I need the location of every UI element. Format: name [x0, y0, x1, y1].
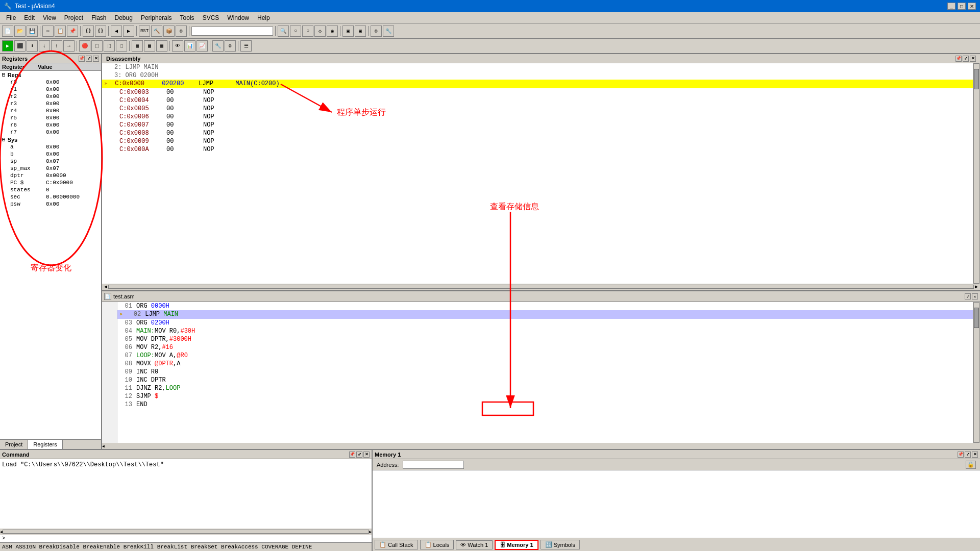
- toolbar-build[interactable]: RST: [139, 26, 150, 37]
- command-scrollbar-h[interactable]: ◀ ▶: [0, 529, 372, 535]
- toolbar-d1[interactable]: ▣: [342, 26, 354, 37]
- disasm-scrollbar-thumb[interactable]: [974, 69, 979, 89]
- debug-perf[interactable]: 📈: [197, 40, 208, 52]
- reg-group-sys[interactable]: ⊟ Sys: [0, 136, 101, 143]
- menu-flash[interactable]: Flash: [87, 13, 110, 22]
- debug-tools1[interactable]: 🔧: [212, 40, 224, 52]
- menu-window[interactable]: Window: [223, 13, 253, 22]
- memory-pin[interactable]: 📌: [958, 452, 964, 458]
- disasm-scrollbar-h[interactable]: ◀ ▶: [102, 284, 980, 290]
- tab-memory1[interactable]: 🗄 Memory 1: [495, 540, 538, 550]
- debug-breakpoint[interactable]: 🔴: [79, 40, 90, 52]
- toolbar-new[interactable]: 📄: [2, 26, 13, 37]
- menu-help[interactable]: Help: [253, 13, 274, 22]
- memory-close[interactable]: ✕: [972, 452, 978, 458]
- menu-view[interactable]: View: [39, 13, 60, 22]
- debug-stop[interactable]: ⬛: [14, 40, 26, 52]
- disasm-scroll-right[interactable]: ▶: [975, 284, 978, 290]
- debug-mem3[interactable]: ▦: [156, 40, 167, 52]
- toolbar-b3[interactable]: 📦: [163, 26, 175, 37]
- disasm-scrollbar-v[interactable]: [973, 63, 980, 284]
- toolbar-b2[interactable]: 🔨: [151, 26, 162, 37]
- toolbar-c2[interactable]: ○: [302, 26, 313, 37]
- debug-mem2[interactable]: ▦: [144, 40, 155, 52]
- toolbar-settings2[interactable]: 🔧: [383, 26, 394, 37]
- menu-file[interactable]: File: [2, 13, 20, 22]
- menu-debug[interactable]: Debug: [111, 13, 137, 22]
- toolbar-c3[interactable]: ◉: [327, 26, 338, 37]
- src-scroll-track[interactable]: [105, 444, 980, 448]
- toolbar-d2[interactable]: ▣: [355, 26, 366, 37]
- toolbar-zoom[interactable]: 🔍: [278, 26, 289, 37]
- disasm-close[interactable]: ✕: [970, 56, 976, 62]
- toolbar-open[interactable]: 📂: [14, 26, 26, 37]
- tab-locals[interactable]: 📋 Locals: [420, 540, 454, 549]
- toolbar-paste[interactable]: 📌: [67, 26, 78, 37]
- disasm-content[interactable]: 2: LJMP MAIN 3: ORG 0200H ➤ C:0x0000 020…: [102, 63, 973, 284]
- debug-step[interactable]: ⬇: [27, 40, 38, 52]
- debug-misc[interactable]: ☰: [240, 40, 252, 52]
- tab-callstack[interactable]: 📋 Call Stack: [375, 540, 418, 549]
- src-scrollbar-thumb[interactable]: [974, 308, 979, 328]
- toolbar-braces2[interactable]: {}: [95, 26, 106, 37]
- debug-mem1[interactable]: ▦: [132, 40, 143, 52]
- menu-svcs[interactable]: SVCS: [199, 13, 224, 22]
- source-float[interactable]: ⤢: [965, 293, 971, 299]
- toolbar-braces1[interactable]: {}: [83, 26, 94, 37]
- source-scrollbar-v[interactable]: [973, 302, 980, 443]
- toolbar-back[interactable]: ◀: [111, 26, 122, 37]
- toolbar-diamond[interactable]: ◇: [314, 26, 326, 37]
- toolbar-copy[interactable]: 📋: [55, 26, 66, 37]
- menu-project[interactable]: Project: [60, 13, 87, 22]
- tab-registers[interactable]: Registers: [28, 440, 62, 449]
- debug-run[interactable]: ▶: [2, 40, 13, 52]
- command-pin[interactable]: 📌: [349, 452, 355, 458]
- maximize-button[interactable]: □: [958, 3, 966, 10]
- memory-lock-button[interactable]: 🔒: [966, 461, 976, 469]
- menu-edit[interactable]: Edit: [20, 13, 39, 22]
- debug-break2[interactable]: ⬚: [91, 40, 103, 52]
- disasm-scroll-left[interactable]: ◀: [104, 284, 107, 290]
- cmd-scroll-right[interactable]: ▶: [369, 530, 372, 534]
- toolbar-cut[interactable]: ✂: [42, 26, 54, 37]
- command-float[interactable]: ⤢: [356, 452, 362, 458]
- memory-address-input[interactable]: [403, 461, 464, 469]
- debug-runto[interactable]: →: [63, 40, 75, 52]
- registers-close[interactable]: ✕: [93, 56, 99, 62]
- debug-stepout[interactable]: ↑: [51, 40, 62, 52]
- debug-break4[interactable]: ⬚: [116, 40, 127, 52]
- toolbar-settings[interactable]: ⚙: [371, 26, 382, 37]
- tab-symbols[interactable]: 🔣 Symbols: [541, 540, 580, 549]
- close-button[interactable]: ✕: [968, 3, 976, 10]
- debug-tools2[interactable]: ⚙: [225, 40, 236, 52]
- toolbar-b4[interactable]: ⚙: [176, 26, 187, 37]
- toolbar-search[interactable]: [191, 27, 273, 36]
- debug-break3[interactable]: ⬚: [104, 40, 115, 52]
- tab-watch1[interactable]: 👁 Watch 1: [456, 540, 493, 549]
- reg-group-regs[interactable]: ⊟ Regs: [0, 71, 101, 79]
- disasm-scroll-track[interactable]: [108, 285, 974, 289]
- sys-list: a0x00 b0x00 sp0x07 sp_max0x07 dptr0x0000…: [0, 143, 101, 208]
- debug-next[interactable]: ↓: [39, 40, 50, 52]
- menu-tools[interactable]: Tools: [176, 13, 199, 22]
- tab-project[interactable]: Project: [0, 440, 28, 449]
- registers-float[interactable]: ⤢: [86, 56, 92, 62]
- source-scrollbar-h[interactable]: ◀: [102, 443, 980, 449]
- source-close[interactable]: ✕: [972, 293, 978, 299]
- disasm-pin[interactable]: 📌: [955, 56, 962, 62]
- menu-peripherals[interactable]: Peripherals: [137, 13, 176, 22]
- debug-trace[interactable]: 📊: [184, 40, 195, 52]
- disasm-float[interactable]: ⤢: [963, 56, 969, 62]
- src-line-9: 09 INC R0: [117, 368, 973, 376]
- toolbar-c1[interactable]: ○: [290, 26, 301, 37]
- src-lnum-10: 10: [119, 377, 132, 384]
- minimize-button[interactable]: _: [947, 3, 955, 10]
- memory-float[interactable]: ⤢: [965, 452, 971, 458]
- cmd-scroll-track[interactable]: [3, 530, 369, 534]
- registers-pin[interactable]: 📌: [79, 56, 85, 62]
- toolbar-fwd[interactable]: ▶: [123, 26, 134, 37]
- source-content[interactable]: 01 ORG 0000H ➤ 02 LJMP MAIN 03 ORG 0200H: [117, 302, 973, 443]
- toolbar-save[interactable]: 💾: [27, 26, 38, 37]
- command-close[interactable]: ✕: [363, 452, 370, 458]
- debug-watch[interactable]: 👁: [172, 40, 183, 52]
